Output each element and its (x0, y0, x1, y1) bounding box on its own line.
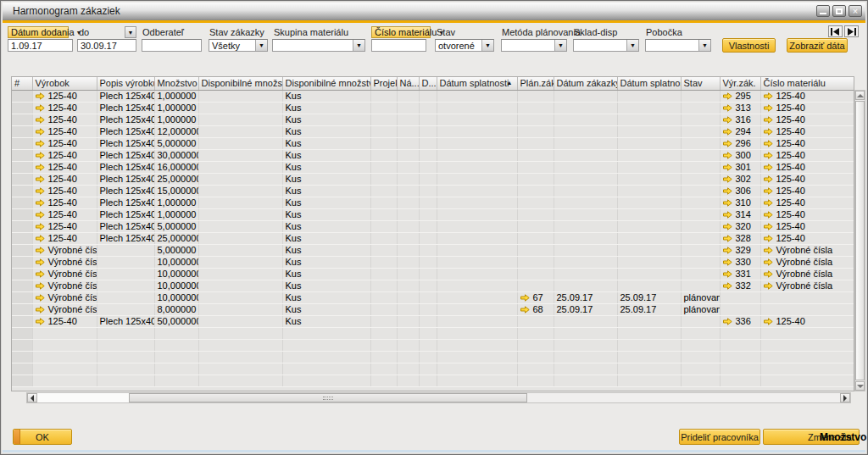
cell-cislo_materialu[interactable] (760, 303, 854, 315)
cell-projekt[interactable] (370, 291, 397, 303)
cell-stav[interactable] (681, 114, 720, 125)
column-header-vyrobok[interactable]: Výrobok (32, 77, 97, 90)
cell-jednotka[interactable]: Kus (282, 102, 370, 114)
cell-datum_zakazky[interactable] (554, 280, 617, 291)
cell-projekt[interactable] (370, 244, 397, 256)
cell-popis[interactable] (97, 303, 154, 315)
cell-datum_splatnosti[interactable] (617, 220, 681, 232)
cell-na[interactable] (397, 137, 419, 149)
cell-jednotka[interactable]: Kus (282, 114, 370, 125)
cell-datum_splatnosti[interactable] (617, 102, 681, 114)
cell-datum_zakazky[interactable] (554, 185, 617, 197)
cell-vyr_zak[interactable]: 336 (720, 315, 760, 327)
cell-plan_zak[interactable] (517, 149, 554, 161)
cell-mnozstvo[interactable]: 1,000000 (154, 114, 198, 125)
cell-d[interactable] (419, 315, 437, 327)
cell-popis[interactable] (97, 244, 154, 256)
cell-vyrobok[interactable]: Výrobné čísla (32, 256, 97, 268)
cell-datum_zakazky[interactable] (554, 232, 617, 244)
cell-stav[interactable] (681, 102, 720, 114)
cell-disp1[interactable] (198, 256, 282, 268)
link-arrow-icon[interactable] (723, 247, 732, 254)
link-arrow-icon[interactable] (36, 152, 45, 159)
link-arrow-icon[interactable] (764, 211, 773, 219)
cell-projekt[interactable] (370, 185, 397, 197)
cell-cislo_materialu[interactable]: 125-40 (760, 315, 854, 327)
cell-cislo_materialu[interactable] (760, 291, 854, 303)
cell-num[interactable] (12, 125, 32, 137)
cell-datum_zakazky[interactable] (554, 208, 617, 220)
link-arrow-icon[interactable] (764, 104, 773, 112)
link-arrow-icon[interactable] (764, 223, 773, 230)
cell-plan_zak[interactable] (517, 185, 554, 197)
link-arrow-icon[interactable] (36, 235, 45, 242)
cell-datum_zakazky[interactable] (554, 149, 617, 161)
cell-num[interactable] (12, 185, 32, 197)
link-arrow-icon[interactable] (520, 306, 530, 314)
cell-na[interactable] (397, 268, 419, 280)
cell-vyr_zak[interactable]: 331 (720, 268, 760, 280)
cell-disp1[interactable] (198, 173, 282, 185)
cell-disp1[interactable] (198, 161, 282, 173)
link-arrow-icon[interactable] (36, 187, 45, 195)
cell-datum_splatnosti[interactable] (617, 268, 681, 280)
cell-vyrobok[interactable]: 125-40 (32, 137, 97, 149)
cell-cislo_materialu[interactable]: 125-40 (760, 232, 854, 244)
link-arrow-icon[interactable] (36, 294, 45, 302)
column-header-disp1[interactable]: Disponibilné množstvo (198, 77, 282, 90)
link-arrow-icon[interactable] (36, 282, 45, 290)
cell-datum_zakazky[interactable] (554, 256, 617, 268)
link-arrow-icon[interactable] (723, 235, 732, 242)
link-arrow-icon[interactable] (764, 187, 773, 195)
cislo-materialu-input[interactable] (371, 39, 426, 52)
cell-disp1[interactable] (198, 220, 282, 232)
link-arrow-icon[interactable] (723, 140, 732, 147)
cell-plan_zak[interactable] (517, 208, 554, 220)
cell-mnozstvo[interactable]: 1,000000 (154, 90, 198, 102)
column-header-plan_zak[interactable]: Plán.zák. (517, 77, 554, 90)
cell-cislo_materialu[interactable]: 125-40 (760, 149, 854, 161)
cell-stav[interactable] (681, 137, 720, 149)
cell-na[interactable] (397, 114, 419, 125)
cell-mnozstvo[interactable]: 5,000000 (154, 244, 198, 256)
cell-popis[interactable]: Plech 125x40x10 (97, 102, 154, 114)
cell-projekt[interactable] (370, 256, 397, 268)
cell-stav[interactable]: plánovaná (681, 303, 720, 315)
cell-mnozstvo[interactable]: 16,000000 (154, 161, 198, 173)
cell-datum_zakazky[interactable] (554, 244, 617, 256)
link-arrow-icon[interactable] (764, 92, 773, 100)
cell-dat_spl_sort[interactable] (437, 137, 517, 149)
cell-jednotka[interactable]: Kus (282, 197, 370, 208)
cell-datum_splatnosti[interactable] (617, 90, 681, 102)
cell-datum_splatnosti[interactable] (617, 185, 681, 197)
cell-projekt[interactable] (370, 315, 397, 327)
cell-popis[interactable]: Plech 125x40x10 (97, 114, 154, 125)
cell-num[interactable] (12, 173, 32, 185)
cell-dat_spl_sort[interactable] (437, 102, 517, 114)
cell-disp1[interactable] (198, 114, 282, 125)
cell-stav[interactable] (681, 244, 720, 256)
cell-jednotka[interactable]: Kus (282, 149, 370, 161)
cell-plan_zak[interactable] (517, 102, 554, 114)
cell-dat_spl_sort[interactable] (437, 185, 517, 197)
cell-na[interactable] (397, 244, 419, 256)
cell-vyrobok[interactable]: 125-40 (32, 185, 97, 197)
cell-na[interactable] (397, 173, 419, 185)
cell-d[interactable] (419, 137, 437, 149)
nav-next-button[interactable] (844, 25, 859, 37)
cell-vyr_zak[interactable]: 306 (720, 185, 760, 197)
stav-zakazky-select[interactable]: Všetky ▼ (209, 39, 268, 52)
cell-stav[interactable] (681, 208, 720, 220)
link-arrow-icon[interactable] (723, 164, 732, 171)
cell-jednotka[interactable]: Kus (282, 315, 370, 327)
cell-datum_zakazky[interactable] (554, 125, 617, 137)
cell-datum_splatnosti[interactable] (617, 280, 681, 291)
cell-datum_zakazky[interactable] (554, 315, 617, 327)
cell-mnozstvo[interactable]: 10,000000 (154, 280, 198, 291)
cell-dat_spl_sort[interactable] (437, 149, 517, 161)
cell-dat_spl_sort[interactable] (437, 268, 517, 280)
cell-popis[interactable]: Plech 125x40x10 (97, 173, 154, 185)
cell-stav[interactable] (681, 125, 720, 137)
cell-d[interactable] (419, 220, 437, 232)
link-arrow-icon[interactable] (764, 152, 773, 159)
